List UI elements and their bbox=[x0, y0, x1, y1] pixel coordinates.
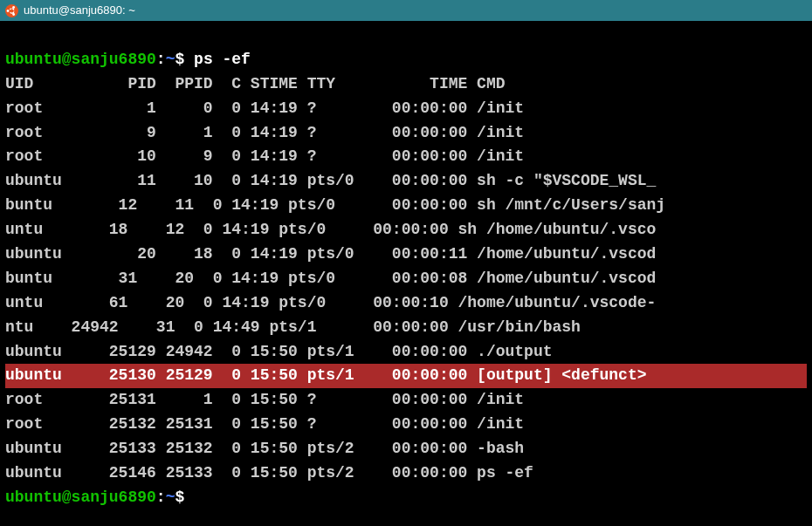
prompt-dollar: $ bbox=[175, 51, 184, 68]
table-row: root 25132 25131 0 15:50 ? 00:00:00 /ini… bbox=[5, 415, 524, 433]
ps-rows: root 1 0 0 14:19 ? 00:00:00 /init root 9… bbox=[5, 97, 807, 486]
prompt-colon: : bbox=[156, 51, 166, 68]
table-row: root 1 0 0 14:19 ? 00:00:00 /init bbox=[5, 99, 524, 117]
svg-point-1 bbox=[7, 10, 10, 12]
table-row: root 25131 1 0 15:50 ? 00:00:00 /init bbox=[5, 391, 524, 408]
table-row: ubuntu 25129 24942 0 15:50 pts/1 00:00:0… bbox=[5, 343, 553, 360]
table-row: ubuntu 20 18 0 14:19 pts/0 00:00:11 /hom… bbox=[5, 245, 656, 263]
table-row: ubuntu 11 10 0 14:19 pts/0 00:00:00 sh -… bbox=[5, 172, 656, 189]
table-row: buntu 12 11 0 14:19 pts/0 00:00:00 sh /m… bbox=[5, 196, 665, 214]
table-row: buntu 31 20 0 14:19 pts/0 00:00:08 /home… bbox=[5, 270, 656, 287]
command-text: ps -ef bbox=[184, 51, 251, 68]
table-row: ntu 24942 31 0 14:49 pts/1 00:00:00 /usr… bbox=[5, 318, 581, 336]
prompt-colon: : bbox=[156, 488, 166, 506]
table-row: ubuntu 25130 25129 0 15:50 pts/1 00:00:0… bbox=[5, 364, 807, 388]
table-row: root 10 9 0 14:19 ? 00:00:00 /init bbox=[5, 147, 524, 165]
prompt-dollar: $ bbox=[175, 488, 184, 506]
prompt-userhost: ubuntu@sanju6890 bbox=[5, 488, 156, 506]
ps-header: UID PID PPID C STIME TTY TIME CMD bbox=[5, 75, 506, 92]
prompt-path: ~ bbox=[166, 488, 175, 506]
window-titlebar: ubuntu@sanju6890: ~ bbox=[0, 0, 812, 21]
table-row: untu 61 20 0 14:19 pts/0 00:00:10 /home/… bbox=[5, 294, 656, 311]
prompt-path: ~ bbox=[166, 51, 175, 68]
table-row: ubuntu 25146 25133 0 15:50 pts/2 00:00:0… bbox=[5, 464, 533, 482]
table-row: untu 18 12 0 14:19 pts/0 00:00:00 sh /ho… bbox=[5, 221, 656, 238]
ubuntu-icon bbox=[5, 4, 18, 17]
window-title: ubuntu@sanju6890: ~ bbox=[24, 2, 135, 19]
table-row: ubuntu 25133 25132 0 15:50 pts/2 00:00:0… bbox=[5, 440, 524, 457]
table-row: root 9 1 0 14:19 ? 00:00:00 /init bbox=[5, 124, 524, 141]
prompt-userhost: ubuntu@sanju6890 bbox=[5, 51, 156, 68]
terminal-output[interactable]: ubuntu@sanju6890:~$ ps -ef UID PID PPID … bbox=[0, 21, 812, 516]
